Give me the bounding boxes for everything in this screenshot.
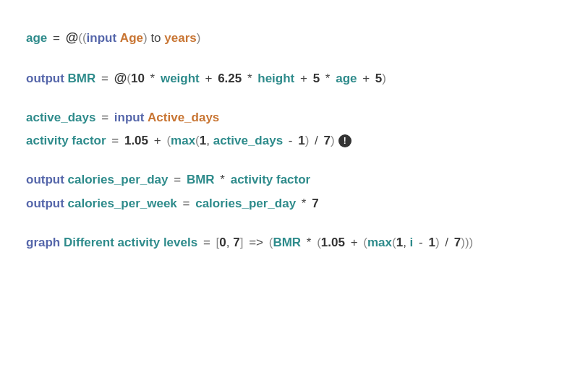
at-symbol-2: @ [114,68,127,90]
op-plus-5: + [347,233,361,253]
fn-max-2: max [367,233,392,253]
var-height: height [257,69,294,89]
var-i: i [410,233,414,253]
paren-9: ) [305,131,310,151]
kw-input-1: input [87,28,117,48]
num-1d: 1 [428,233,435,253]
var-active-days-2: active_days [213,131,283,151]
line-group-bmr: output BMR = @ ( 10 * weight + 6.25 * he… [26,66,562,91]
comma-3: , [403,233,409,253]
var-BMR-2: BMR [187,170,215,190]
graph-line: graph Different activity levels = [ 0 , … [26,231,562,254]
var-years: years [164,28,196,48]
num-5b: 5 [375,69,382,89]
var-calories-per-day: calories_per_day [68,170,169,190]
var-BMR: BMR [68,69,96,89]
num-625: 6.25 [218,69,242,89]
var-weight: weight [161,69,200,89]
num-1b: 1 [298,131,304,151]
kw-graph: graph [26,233,60,253]
num-7c: 7 [233,233,239,253]
op-plus-4: + [150,131,164,151]
paren-6: ) [382,69,386,89]
paren-17: ) [435,233,440,253]
op-equals-5: = [171,170,184,190]
line-group-calories: output calories_per_day = BMR * activity… [26,168,562,215]
op-mul-5: * [298,194,310,214]
num-0: 0 [219,233,226,253]
var-age-2: age [336,69,357,89]
kw-output-2: output [26,170,64,190]
fn-max-1: max [171,131,195,151]
var-BMR-3: BMR [273,233,301,253]
to-keyword: to [148,28,165,48]
num-5a: 5 [313,69,320,89]
code-display: age = @ ( ( input Age ) to years ) outpu… [26,26,562,270]
op-div-1: / [311,131,321,151]
line-group-age: age = @ ( ( input Age ) to years ) [26,26,562,51]
num-10: 10 [131,69,145,89]
bmr-line: output BMR = @ ( 10 * weight + 6.25 * he… [26,66,562,91]
op-equals-3: = [98,108,111,128]
num-105: 1.05 [124,131,148,151]
op-mul-6: * [303,233,315,253]
op-plus-1: + [202,69,216,89]
age-line: age = @ ( ( input Age ) to years ) [26,26,562,51]
op-div-2: / [442,233,452,253]
paren-4: ) [197,28,201,48]
var-graph-title: Different activity levels [64,233,197,253]
num-7b: 7 [312,194,318,214]
line-group-graph: graph Different activity levels = [ 0 , … [26,231,562,254]
op-equals-7: = [200,233,213,253]
var-active-days: active_days [26,108,95,128]
op-plus-3: + [359,69,372,89]
num-1c: 1 [396,233,403,253]
comma-2: , [226,233,233,253]
line-group-activity: active_days = input Active_days activity… [26,106,562,152]
op-mul-2: * [244,69,255,89]
op-mul-1: * [147,69,158,89]
op-mul-3: * [322,69,333,89]
op-equals-6: = [179,194,193,214]
var-Age: Age [120,28,143,48]
op-minus-2: - [415,233,426,253]
var-activity-factor-2: activity factor [231,170,311,190]
kw-input-2: input [114,108,145,128]
var-Active-days: Active_days [148,108,219,128]
var-calories-per-day-2: calories_per_day [195,194,296,214]
comma-1: , [206,131,213,151]
num-7a: 7 [324,131,331,151]
num-1a: 1 [200,131,206,151]
paren-12: ] [240,233,244,253]
num-105b: 1.05 [321,233,345,253]
calories-per-week-line: output calories_per_week = calories_per_… [26,192,562,215]
op-plus-2: + [297,69,310,89]
calories-per-day-line: output calories_per_day = BMR * activity… [26,168,562,191]
paren-10: ) [331,131,335,151]
op-arrow: => [245,233,266,253]
active-days-line: active_days = input Active_days [26,106,562,129]
at-symbol-1: @ [66,27,79,49]
kw-output-3: output [26,194,64,214]
paren-20: ) [469,233,474,253]
activity-factor-line: activity factor = 1.05 + ( max ( 1 , act… [26,129,562,152]
var-calories-per-week: calories_per_week [68,194,177,214]
op-equals-1: = [49,28,63,48]
var-age: age [26,28,47,48]
info-icon[interactable]: ! [338,134,351,147]
num-7d: 7 [454,233,461,253]
var-activity-factor: activity factor [26,131,106,151]
op-equals-4: = [108,131,122,151]
op-minus-1: - [285,131,296,151]
op-equals-2: = [98,69,111,89]
op-mul-4: * [217,170,229,190]
kw-output-1: output [26,69,64,89]
